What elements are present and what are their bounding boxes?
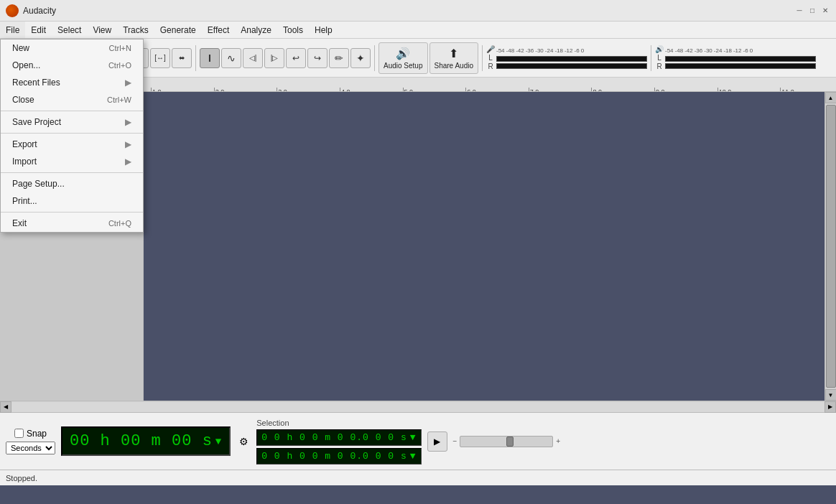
separator-4 [482,45,483,71]
ruler-right: 1.02.03.04.05.06.07.08.09.010.011.0 [144,78,836,92]
open-label: Open... [12,60,40,70]
playback-icon: 🔊 [655,45,664,53]
undo-button[interactable]: ↩ [286,48,306,68]
vertical-scrollbar[interactable]: ▲ ▼ [825,92,836,401]
horizontal-scrollbar[interactable]: ◀ ▶ [0,401,836,412]
ruler-tick-1.0: 1.0 [151,88,152,92]
menu-item-page-setup[interactable]: Page Setup... [1,175,143,192]
ruler-tick-2.0: 2.0 [214,88,215,92]
menu-tools[interactable]: Tools [277,22,309,38]
separator-5 [651,45,651,71]
menu-item-recent-files[interactable]: Recent Files ▶ [1,74,143,91]
menu-file[interactable]: File [0,22,25,38]
ruler-label-4.0: 4.0 [341,88,350,92]
zoom-slider-area: − + [453,436,561,447]
playback-meter: 🔊 L R -54-48-42-36-30-24-18-12-60 [655,45,816,70]
menu-item-import[interactable]: Import ▶ [1,153,143,170]
trim-right-button[interactable]: |▷ [264,48,284,68]
menu-analyze[interactable]: Analyze [235,22,277,38]
zoom-minus-icon: − [453,437,458,445]
menu-view[interactable]: View [87,22,117,38]
vu-bar-record-r [496,63,647,69]
zoom-fit-sel-button[interactable]: [↔] [150,48,170,68]
close-shortcut: Ctrl+W [107,95,131,104]
separator-d [1,212,143,213]
snap-area: Snap Seconds [6,429,55,454]
zoom-plus-icon: + [556,437,560,445]
recent-files-arrow: ▶ [125,78,131,88]
audio-setup-button[interactable]: 🔊 Audio Setup [378,42,428,74]
ruler-label-9.0: 9.0 [656,88,665,92]
unit-select[interactable]: Seconds [6,442,55,454]
ruler-label-11.0: 11.0 [781,88,794,92]
ruler-tick-5.0: 5.0 [403,88,404,92]
multi-tool-button[interactable]: ✦ [350,48,371,68]
ruler-tick-8.0: 8.0 [591,88,592,92]
status-text: Stopped. [6,474,37,482]
menu-generate[interactable]: Generate [154,22,202,38]
save-project-label: Save Project [12,117,61,127]
ruler-label-6.0: 6.0 [467,88,476,92]
draw-tool-button[interactable]: ✏ [329,48,349,68]
menu-item-print[interactable]: Print... [1,192,143,210]
export-arrow: ▶ [125,139,131,149]
menu-edit[interactable]: Edit [25,22,52,38]
ruler-label-5.0: 5.0 [404,88,414,92]
zoom-slider[interactable] [460,436,553,447]
import-arrow: ▶ [125,157,131,167]
scroll-right-button[interactable]: ▶ [825,401,836,413]
menu-help[interactable]: Help [309,22,338,38]
share-audio-button[interactable]: ⬆ Share Audio [429,42,479,74]
recent-files-label: Recent Files [12,78,60,88]
trim-left-button[interactable]: ◁| [243,48,263,68]
scroll-left-button[interactable]: ◀ [0,401,11,413]
menu-item-export[interactable]: Export ▶ [1,136,143,153]
share-audio-label: Share Audio [435,62,474,70]
settings-gear-button[interactable]: ⚙ [236,434,251,449]
menu-effect[interactable]: Effect [202,22,235,38]
time-display: 00 h 00 m 00 s ▼ [61,426,231,456]
redo-button[interactable]: ↪ [307,48,328,68]
share-audio-group: ⬆ Share Audio [429,39,479,77]
app-title: Audacity [23,6,794,16]
scroll-down-button[interactable]: ▼ [825,389,837,401]
vu-bar-record-l [496,56,647,62]
scroll-thumb[interactable] [826,105,836,388]
sel-start-arrow[interactable]: ▼ [410,432,417,443]
menu-item-exit[interactable]: Exit Ctrl+Q [1,215,143,232]
menu-tracks[interactable]: Tracks [117,22,154,38]
exit-shortcut: Ctrl+Q [108,219,131,228]
titlebar: Audacity ─ □ ✕ [0,0,836,22]
new-shortcut: Ctrl+N [109,44,131,52]
menu-item-new[interactable]: New Ctrl+N [1,39,143,57]
envelope-tool-button[interactable]: ∿ [221,48,241,68]
close-button[interactable]: ✕ [820,6,830,16]
app-icon [6,4,19,17]
menu-item-save-project[interactable]: Save Project ▶ [1,113,143,131]
selection-area: Selection 0 0 h 0 0 m 0 0.0 0 0 s ▼ 0 0 … [256,419,421,465]
page-setup-label: Page Setup... [12,179,65,189]
selection-start-display: 0 0 h 0 0 m 0 0.0 0 0 s ▼ [256,429,421,446]
separator-3 [374,45,375,71]
menu-select[interactable]: Select [52,22,87,38]
time-dropdown-arrow[interactable]: ▼ [215,436,222,447]
sel-end-arrow[interactable]: ▼ [410,451,417,462]
record-meter: 🎤 L R -54-48-42-36-30-24-18-12-60 [486,45,647,70]
menu-item-close[interactable]: Close Ctrl+W [1,91,143,108]
snap-checkbox[interactable] [14,429,24,438]
snap-checkbox-row: Snap [14,429,47,439]
save-project-arrow: ▶ [125,117,131,127]
menu-item-open[interactable]: Open... Ctrl+O [1,57,143,74]
selection-label: Selection [256,419,421,427]
zoom-fit-button[interactable]: ⬌ [172,48,192,68]
ruler-label-7.0: 7.0 [530,88,539,92]
scroll-up-button[interactable]: ▲ [825,92,837,103]
hscroll-track[interactable] [11,402,825,412]
selection-start-value: 0 0 h 0 0 m 0 0.0 0 0 s [261,432,407,443]
play-at-selection-button[interactable]: ▶ [427,431,447,452]
maximize-button[interactable]: □ [807,6,817,16]
selection-tool-button[interactable]: I [200,48,220,68]
minimize-button[interactable]: ─ [794,6,804,16]
snap-label: Snap [27,429,47,439]
status-text-bar: Stopped. [0,470,836,485]
